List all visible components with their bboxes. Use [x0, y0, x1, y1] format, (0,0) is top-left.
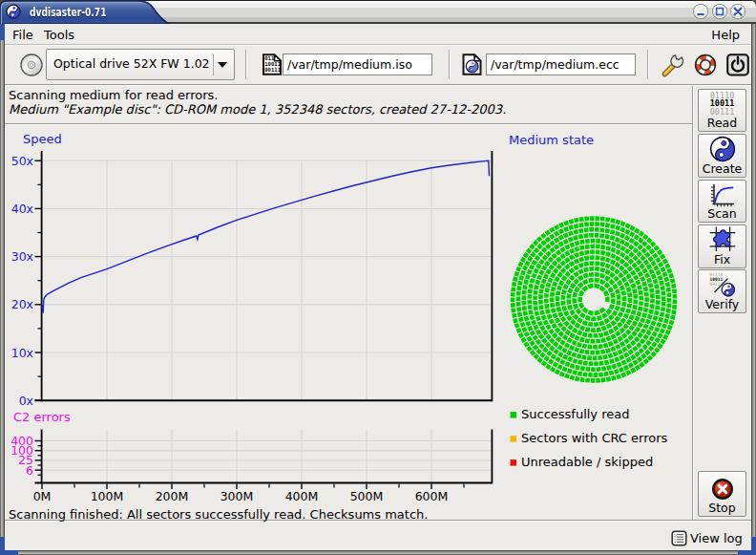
titlebar[interactable]: dvdisaster-0.71 [0, 0, 756, 24]
read-icon: 011101001100111 [710, 92, 735, 117]
ecc-file-icon [462, 53, 483, 75]
chevron-down-icon [218, 62, 227, 68]
minimize-button[interactable] [694, 5, 707, 18]
optical-drive-icon [20, 53, 43, 76]
create-icon [709, 136, 736, 162]
menu-help[interactable]: Help [709, 27, 742, 43]
stop-button-label: Stop [708, 502, 735, 515]
app-icon [6, 4, 21, 19]
sidebar-separator [692, 86, 694, 521]
scan-icon [709, 182, 736, 207]
verify-button-label: Verify [705, 298, 739, 311]
lifebuoy-icon [692, 52, 719, 78]
preferences-button[interactable] [661, 52, 687, 78]
iso-file-input[interactable] [283, 53, 432, 75]
iso-file-icon: 011 10011 00111 [262, 53, 283, 75]
toolbar-separator-line [5, 84, 751, 86]
app-window: dvdisaster-0.71 File Tools Help [0, 0, 756, 555]
window-border-right[interactable] [751, 23, 756, 550]
log-icon [671, 530, 687, 546]
status-separator [5, 123, 693, 125]
toolbar-separator [245, 50, 247, 79]
toolbar-separator [449, 50, 451, 79]
close-icon [731, 5, 745, 18]
medium-info: Medium "Example disc": CD-ROM mode 1, 35… [9, 102, 506, 117]
footer-bar [5, 522, 751, 550]
menubar: File Tools Help [5, 24, 751, 44]
stop-button[interactable]: Stop [698, 471, 746, 518]
read-button[interactable]: 011101001100111 Read [698, 89, 746, 133]
drive-selector[interactable]: Optical drive 52X FW 1.02 [46, 49, 235, 80]
maximize-button[interactable] [713, 5, 726, 18]
power-icon [724, 52, 751, 78]
result-message: Scanning finished: All sectors successfu… [9, 507, 428, 522]
fix-button-label: Fix [714, 253, 730, 267]
fix-button[interactable]: Fix [698, 224, 746, 268]
maximize-icon [713, 5, 726, 18]
close-button[interactable] [731, 5, 745, 18]
verify-button[interactable]: 01110 10011 00111 Verify [698, 269, 746, 313]
svg-text:00111: 00111 [264, 67, 281, 73]
read-button-label: Read [707, 117, 737, 130]
view-log-label: View log [690, 531, 743, 545]
scan-button[interactable]: Scan [698, 180, 746, 224]
minimize-icon [694, 5, 707, 18]
view-log-button[interactable]: View log [671, 527, 743, 548]
combo-separator [213, 54, 214, 75]
verify-icon: 01110 10011 00111 [708, 271, 737, 298]
ecc-file-input[interactable] [486, 53, 636, 75]
wrench-icon [661, 52, 687, 78]
fix-icon [708, 225, 737, 253]
quit-button[interactable] [724, 52, 751, 78]
window-border-bottom[interactable] [0, 550, 756, 555]
status-message: Scanning medium for read errors. [9, 88, 218, 102]
stop-icon [710, 477, 735, 502]
create-button-label: Create [703, 162, 743, 176]
scan-button-label: Scan [707, 207, 736, 221]
menu-tools[interactable]: Tools [42, 27, 76, 43]
menu-file[interactable]: File [10, 27, 35, 43]
resize-grip-bottom-right[interactable] [738, 550, 756, 555]
drive-selector-value: Optical drive 52X FW 1.02 [53, 56, 210, 71]
toolbar-separator [647, 50, 649, 79]
window-title: dvdisaster-0.71 [30, 5, 141, 19]
toolbar: Optical drive 52X FW 1.02 011 10011 0011… [5, 46, 751, 84]
help-button[interactable] [692, 52, 719, 78]
create-button[interactable]: Create [698, 134, 746, 178]
resize-grip-bottom-left[interactable] [0, 550, 18, 555]
